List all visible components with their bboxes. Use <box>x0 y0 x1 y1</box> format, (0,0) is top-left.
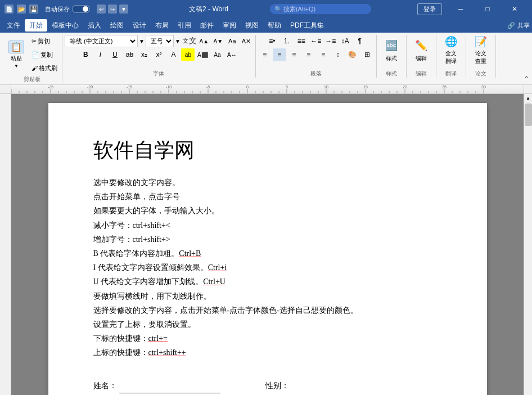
font-case-btn[interactable]: Aa <box>210 48 224 61</box>
bullets-btn[interactable]: ≡• <box>265 35 279 47</box>
menu-draw[interactable]: 绘图 <box>106 19 128 32</box>
menu-layout[interactable]: 布局 <box>151 19 173 32</box>
paper-button[interactable]: 📝 论文查重 <box>468 35 493 65</box>
bold-button[interactable]: B <box>79 48 92 61</box>
increase-font-btn[interactable]: A▲ <box>197 35 211 47</box>
menu-references[interactable]: 引用 <box>173 19 196 32</box>
sort-btn[interactable]: ↕A <box>339 35 352 47</box>
line-5: 增加字号：ctrl+shift+> <box>93 232 442 246</box>
page-container[interactable]: 软件自学网 选中要修改的文字内容。 点击开始菜单，点击字号 如果要更大的字体，手… <box>11 94 524 395</box>
italic-button[interactable]: I <box>93 48 107 61</box>
maximize-button[interactable]: □ <box>475 0 501 18</box>
translate-group-label: 翻译 <box>445 69 457 78</box>
font-family-select[interactable]: 等线 (中文正文) <box>65 35 138 47</box>
show-marks-btn[interactable]: ¶ <box>353 35 367 47</box>
autosave-toggle[interactable] <box>72 5 90 13</box>
search-input[interactable] <box>270 4 371 14</box>
undo-icon[interactable]: ↩ <box>97 5 106 14</box>
borders-btn[interactable]: ⊞ <box>360 48 374 61</box>
copy-button[interactable]: 📄 复制 <box>29 48 60 61</box>
vertical-scrollbar[interactable]: ▲ ▼ <box>524 94 532 395</box>
strikethrough-button[interactable]: ab <box>123 48 136 61</box>
font-size-select[interactable]: 五号 <box>146 35 174 47</box>
share-icon: 🔗 <box>507 22 515 29</box>
minimize-button[interactable]: ─ <box>448 0 474 18</box>
styles-group: 🔤 样式 样式 <box>377 35 407 78</box>
document-body[interactable]: 选中要修改的文字内容。 点击开始菜单，点击字号 如果要更大的字体，手动输入大小。… <box>93 176 442 395</box>
menu-review[interactable]: 审阅 <box>218 19 241 32</box>
ctrl-i-text: Ctrl+i <box>208 263 227 272</box>
line-9: 要做填写横线时，用下划线制作。 <box>93 289 442 303</box>
titlebar-center: 文稿2 - Word <box>189 5 228 14</box>
menubar: 文件 开始 模板中心 插入 绘图 设计 布局 引用 邮件 审阅 视图 帮助 PD… <box>0 18 532 33</box>
scroll-thumb[interactable] <box>525 104 532 126</box>
decrease-indent-btn[interactable]: ←≡ <box>309 35 323 47</box>
line-12: 下标的快捷键：ctrl+= <box>93 331 442 345</box>
line-13: 上标的快捷键：ctrl+shift++ <box>93 345 442 360</box>
line-spacing-btn[interactable]: ↕ <box>331 48 345 61</box>
close-button[interactable]: ✕ <box>502 0 528 18</box>
align-right-btn[interactable]: ≡ <box>287 48 301 61</box>
menu-pdf[interactable]: PDF工具集 <box>286 19 328 32</box>
paste-icon: 📋 <box>8 41 24 53</box>
translate-button[interactable]: 🌐 全文翻译 <box>439 35 463 65</box>
underline-button[interactable]: U <box>108 48 121 61</box>
font-clear-btn[interactable]: A✕ <box>240 35 253 47</box>
login-button[interactable]: 登录 <box>417 3 442 15</box>
copy-icon: 📄 <box>31 51 39 59</box>
shading-btn[interactable]: 🎨 <box>346 48 359 61</box>
menu-template[interactable]: 模板中心 <box>47 19 83 32</box>
styles-icon: 🔤 <box>384 38 399 53</box>
menu-insert[interactable]: 插入 <box>83 19 106 32</box>
ruler: -25-20-15-10-5051015202530 <box>0 85 532 94</box>
ribbon-expand-btn[interactable]: ⌃ <box>523 73 530 83</box>
scroll-up-button[interactable]: ▲ <box>524 94 533 102</box>
font-char-space-btn[interactable]: A↔ <box>225 48 238 61</box>
name-line <box>119 379 220 393</box>
translate-group: 🌐 全文翻译 翻译 <box>436 35 466 78</box>
share-label: 共享 <box>517 21 530 30</box>
justify-btn[interactable]: ≡ <box>302 48 315 61</box>
distributed-btn[interactable]: ≡ <box>317 48 330 61</box>
size-expand-icon: ▼ <box>175 38 181 44</box>
svg-text:-10: -10 <box>166 85 172 89</box>
subscript-button[interactable]: x₂ <box>137 48 151 61</box>
save-icon[interactable]: 💾 <box>29 5 38 14</box>
editing-button[interactable]: ✏️ 编辑 <box>409 35 434 65</box>
multilevel-list-btn[interactable]: ≡≡ <box>295 35 308 47</box>
paste-button[interactable]: 📋 粘贴 ▼ <box>4 41 28 69</box>
increase-indent-btn[interactable]: →≡ <box>324 35 337 47</box>
redo-icon[interactable]: ↪ <box>108 5 117 14</box>
menu-design[interactable]: 设计 <box>128 19 151 32</box>
menu-home[interactable]: 开始 <box>25 19 47 32</box>
menu-mail[interactable]: 邮件 <box>196 19 218 32</box>
font-group: 等线 (中文正文) ▼ 五号 ▼ 文 文 A▲ A▼ Aa A✕ B I U a… <box>62 35 256 78</box>
decrease-font-btn[interactable]: A▼ <box>211 35 225 47</box>
align-left-btn[interactable]: ≡ <box>258 48 272 61</box>
paragraph-group-label: 段落 <box>310 69 322 78</box>
styles-button[interactable]: 🔤 样式 <box>379 35 404 65</box>
superscript-button[interactable]: x² <box>152 48 165 61</box>
svg-text:25: 25 <box>442 85 447 89</box>
menu-help[interactable]: 帮助 <box>263 19 286 32</box>
align-center-btn[interactable]: ≡ <box>273 48 286 61</box>
cut-label: 剪切 <box>38 37 50 46</box>
menu-file[interactable]: 文件 <box>2 19 25 32</box>
menu-view[interactable]: 视图 <box>241 19 263 32</box>
font-shade-btn[interactable]: A⬛ <box>196 48 209 61</box>
clear-format-btn[interactable]: Aa <box>226 35 239 47</box>
open-file-icon[interactable]: 📂 <box>17 5 26 14</box>
name-field: 姓名： <box>93 379 220 393</box>
customize-icon[interactable]: ▼ <box>119 5 128 14</box>
numbering-btn[interactable]: 1. <box>280 35 294 47</box>
cut-button[interactable]: ✂ 剪切 <box>29 35 60 47</box>
share-button[interactable]: 🔗 共享 <box>507 21 530 30</box>
styles-group-label: 样式 <box>386 69 397 78</box>
font-color-btn[interactable]: A <box>166 48 180 61</box>
document-area: 软件自学网 选中要修改的文字内容。 点击开始菜单，点击字号 如果要更大的字体，手… <box>0 94 532 395</box>
document-page: 软件自学网 选中要修改的文字内容。 点击开始菜单，点击字号 如果要更大的字体，手… <box>48 103 487 395</box>
titlebar-left: 📄 📂 💾 自动保存 ↩ ↪ ▼ <box>4 5 189 14</box>
highlight-btn[interactable]: ab <box>181 48 195 61</box>
new-file-icon[interactable]: 📄 <box>4 5 13 14</box>
format-painter-button[interactable]: 🖌 格式刷 <box>29 62 60 74</box>
